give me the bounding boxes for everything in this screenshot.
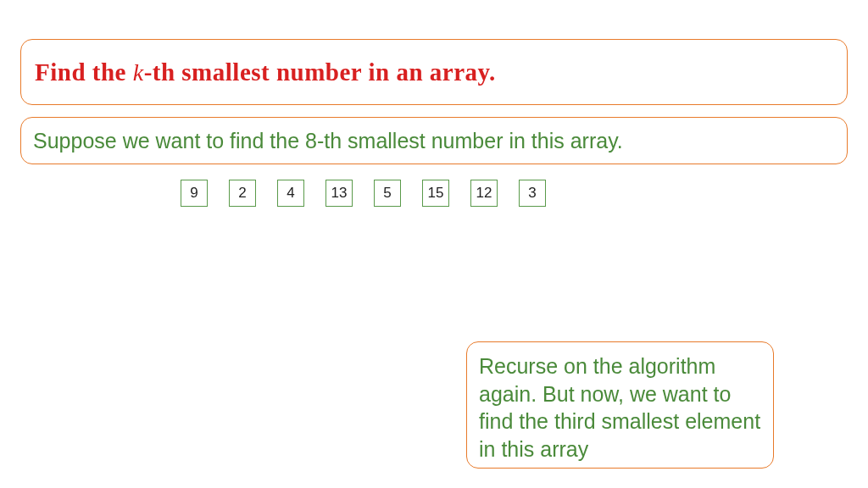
subtitle-text: Suppose we want to find the 8-th smalles… — [33, 129, 623, 153]
note-text: Recurse on the algorithm again. But now,… — [479, 352, 761, 463]
title-box: Find the k-th smallest number in an arra… — [20, 39, 848, 105]
array-container: 9 2 4 13 5 15 12 3 — [181, 180, 546, 207]
array-cell: 3 — [519, 180, 546, 207]
array-cell: 12 — [470, 180, 498, 207]
subtitle-box: Suppose we want to find the 8-th smalles… — [20, 117, 848, 164]
title-text: Find the k-th smallest number in an arra… — [35, 58, 496, 86]
note-box: Recurse on the algorithm again. But now,… — [466, 341, 774, 469]
title-prefix: Find the — [35, 58, 133, 86]
title-variable: k — [133, 59, 144, 86]
title-suffix: -th smallest number in an array. — [144, 58, 496, 86]
array-cell: 13 — [326, 180, 353, 207]
array-cell: 15 — [422, 180, 449, 207]
array-cell: 4 — [277, 180, 304, 207]
array-cell: 5 — [374, 180, 401, 207]
array-cell: 9 — [181, 180, 208, 207]
array-cell: 2 — [229, 180, 256, 207]
